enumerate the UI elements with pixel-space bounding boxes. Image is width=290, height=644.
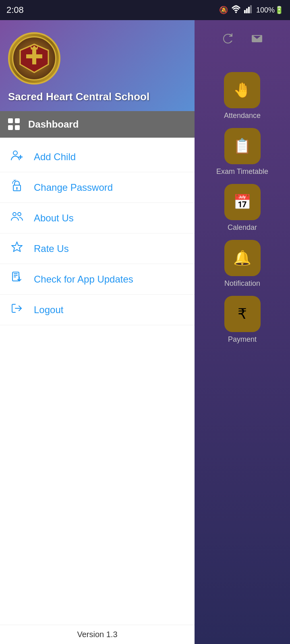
add-child-icon [10, 149, 24, 165]
attendance-icon-circle: 🤚 [224, 72, 260, 108]
school-name: Sacred Heart Central School [8, 91, 149, 103]
payment-label: Payment [228, 335, 257, 344]
menu-item-check-updates[interactable]: Check for App Updates [0, 264, 195, 295]
menu-item-add-child[interactable]: Add Child [0, 142, 195, 172]
exam-emoji: 📋 [233, 138, 251, 155]
top-actions [195, 28, 290, 56]
change-password-label: Change Password [34, 182, 113, 193]
svg-rect-2 [246, 8, 248, 13]
calendar-icon-circle: 📅 [224, 184, 261, 220]
rate-us-label: Rate Us [34, 243, 69, 254]
drawer-header: Sacred Heart Central School [0, 20, 195, 111]
payment-icon-circle: ₹ [224, 296, 261, 332]
star-icon [10, 241, 24, 256]
menu-item-change-password[interactable]: Change Password [0, 172, 195, 203]
svg-point-0 [235, 11, 237, 13]
svg-point-16 [18, 213, 21, 216]
notification-item[interactable]: 🔔 Notification [224, 240, 261, 288]
notification-emoji: 🔔 [233, 250, 251, 266]
add-child-label: Add Child [34, 151, 76, 163]
check-updates-label: Check for App Updates [34, 274, 133, 285]
school-emblem [8, 32, 60, 85]
about-icon [10, 210, 24, 226]
svg-point-10 [13, 151, 17, 155]
svg-point-14 [16, 187, 18, 189]
svg-point-15 [13, 213, 16, 216]
wifi-icon [231, 5, 241, 15]
version-text: Version 1.3 [77, 630, 117, 639]
signal-icon [244, 5, 253, 15]
svg-rect-19 [14, 273, 18, 274]
left-drawer: Sacred Heart Central School Dashboard Ad… [0, 20, 195, 644]
svg-rect-1 [244, 10, 246, 13]
svg-rect-20 [14, 275, 18, 276]
attendance-emoji: 🤚 [233, 82, 251, 99]
mute-icon: 🔕 [219, 6, 228, 14]
menu-item-rate-us[interactable]: Rate Us [0, 233, 195, 264]
exam-timetable-item[interactable]: 📋 Exam Timetable [216, 128, 268, 176]
attendance-item[interactable]: 🤚 Attendance [224, 72, 261, 120]
right-panel: 🤚 Attendance 📋 Exam Timetable 📅 Calendar… [195, 20, 290, 644]
dashboard-row[interactable]: Dashboard [0, 111, 195, 138]
status-time: 2:08 [6, 5, 24, 15]
logout-icon [10, 302, 24, 318]
exam-timetable-icon-circle: 📋 [224, 128, 261, 164]
exam-timetable-label: Exam Timetable [216, 167, 268, 176]
svg-rect-21 [14, 277, 16, 277]
about-us-label: About Us [34, 213, 74, 224]
svg-marker-17 [12, 242, 22, 252]
refresh-icon[interactable] [222, 32, 234, 48]
version-bar: Version 1.3 [0, 625, 195, 644]
payment-emoji: ₹ [238, 305, 247, 322]
notification-label: Notification [224, 279, 260, 288]
status-bar: 2:08 🔕 100%🔋 [0, 0, 290, 20]
menu-item-logout[interactable]: Logout [0, 295, 195, 325]
update-icon [10, 271, 24, 287]
svg-rect-8 [26, 54, 42, 58]
logout-label: Logout [34, 304, 63, 316]
emblem-svg [18, 42, 50, 74]
calendar-emoji: 📅 [233, 194, 251, 211]
dashboard-icons-list: 🤚 Attendance 📋 Exam Timetable 📅 Calendar… [216, 56, 268, 348]
menu-list: Add Child Change Password [0, 138, 195, 625]
calendar-item[interactable]: 📅 Calendar [224, 184, 261, 232]
dashboard-label: Dashboard [28, 119, 79, 130]
payment-item[interactable]: ₹ Payment [224, 296, 261, 344]
calendar-label: Calendar [228, 223, 257, 232]
svg-rect-3 [248, 7, 250, 13]
lock-icon [10, 180, 24, 195]
notification-icon-circle: 🔔 [224, 240, 261, 276]
menu-item-about-us[interactable]: About Us [0, 203, 195, 233]
mail-icon[interactable] [251, 32, 263, 48]
attendance-label: Attendance [224, 111, 261, 120]
battery-icon: 100%🔋 [256, 6, 284, 14]
grid-icon [8, 118, 20, 130]
svg-rect-4 [250, 5, 252, 13]
emblem-inner [12, 36, 56, 80]
status-icons: 🔕 100%🔋 [219, 5, 284, 15]
